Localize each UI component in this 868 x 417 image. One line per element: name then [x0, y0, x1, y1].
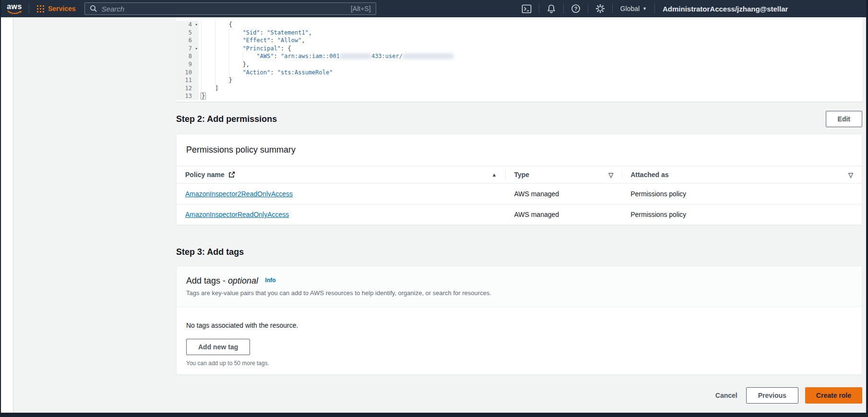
gear-icon: [595, 4, 605, 13]
tags-limit-note: You can add up to 50 more tags.: [186, 360, 852, 367]
code-text[interactable]: "Principal": {: [199, 45, 862, 53]
permissions-policy-summary-panel: Permissions policy summary Policy name: [176, 134, 862, 225]
services-menu-button[interactable]: Services: [29, 5, 83, 12]
code-text[interactable]: "Sid": "Statement1",: [199, 29, 862, 37]
code-line: 4▾{: [176, 21, 862, 29]
add-tags-title: Add tags - optional: [186, 276, 258, 286]
search-shortcut-hint: [Alt+S]: [351, 5, 371, 12]
create-role-button[interactable]: Create role: [805, 387, 862, 404]
code-text[interactable]: "Action": "sts:AssumeRole": [199, 69, 862, 77]
cloudshell-button[interactable]: [514, 4, 539, 13]
code-token: "Sid": [243, 29, 260, 36]
redacted-text: [340, 53, 371, 59]
code-token: },: [243, 61, 250, 68]
code-text[interactable]: {: [199, 21, 862, 29]
global-search-input[interactable]: Search [Alt+S]: [84, 2, 376, 15]
indent-guides: [201, 29, 243, 37]
permissions-panel-header: Permissions policy summary: [177, 134, 862, 166]
cancel-button[interactable]: Cancel: [713, 388, 739, 403]
code-token: ]: [215, 85, 218, 92]
line-number: 13: [176, 92, 199, 100]
add-tags-description: Tags are key-value pairs that you can ad…: [186, 289, 852, 297]
code-token: {: [229, 21, 232, 28]
filter-icon[interactable]: ▽: [848, 171, 853, 179]
column-header-type: Type ▽: [505, 166, 622, 184]
external-link-icon: [228, 171, 235, 178]
aws-top-navigation: aws Services Search [Alt+S]: [1, 0, 866, 17]
code-text[interactable]: }: [199, 92, 862, 100]
indent-guides: [201, 69, 243, 77]
notifications-button[interactable]: [539, 4, 563, 13]
policy-type-cell: AWS managed: [505, 204, 622, 225]
code-line: 12]: [176, 84, 862, 93]
type-header-label: Type: [514, 171, 529, 179]
cloudshell-terminal-icon: [522, 4, 532, 13]
code-token: "AWS": [257, 53, 274, 60]
region-selector[interactable]: Global ▼: [613, 5, 654, 12]
settings-button[interactable]: [588, 4, 612, 13]
code-text[interactable]: },: [199, 60, 862, 69]
services-grid-icon: [37, 5, 44, 12]
code-line: 8"AWS": "arn:aws:iam::001433:user/: [176, 52, 862, 60]
code-token: "Principal": [243, 45, 281, 52]
line-number: 6: [176, 36, 199, 45]
wizard-footer-actions: Cancel Previous Create role: [176, 387, 862, 404]
line-number: 8: [176, 52, 199, 60]
policy-table-body: AmazonInspector2ReadOnlyAccessAWS manage…: [177, 184, 862, 225]
table-row: AmazonInspector2ReadOnlyAccessAWS manage…: [177, 184, 862, 204]
aws-logo[interactable]: aws: [7, 3, 22, 14]
code-token: "Effect": [243, 37, 271, 44]
sort-ascending-icon[interactable]: ▲: [492, 172, 497, 178]
filter-icon[interactable]: ▽: [608, 171, 613, 179]
indent-guides: [201, 76, 229, 84]
info-link[interactable]: Info: [265, 277, 276, 284]
optional-label: optional: [228, 276, 258, 286]
column-header-policy-name: Policy name ▲: [177, 166, 505, 184]
svg-text:?: ?: [574, 6, 577, 12]
indent-guides: [201, 21, 229, 29]
code-token: "arn:aws:iam::001: [281, 53, 340, 60]
policy-type-cell: AWS managed: [505, 184, 622, 204]
fold-toggle-icon[interactable]: ▾: [195, 45, 198, 53]
attached-as-cell: Permissions policy: [622, 204, 862, 225]
column-header-attached-as: Attached as ▽: [622, 166, 862, 184]
permissions-policy-table: Policy name ▲: [177, 166, 862, 225]
account-menu[interactable]: AdministratorAccess/jzhang@stellar: [655, 5, 866, 13]
help-button[interactable]: ?: [564, 4, 588, 13]
code-token: "sts:AssumeRole": [277, 69, 333, 76]
line-number: 4▾: [176, 21, 199, 29]
code-token: {: [288, 45, 291, 52]
collapsed-side-navigation[interactable]: [1, 17, 13, 413]
code-line: 7▾"Principal": {: [176, 45, 862, 53]
trust-policy-json-editor[interactable]: 4▾{5"Sid": "Statement1",6"Effect": "Allo…: [176, 17, 862, 102]
indent-guides: [201, 45, 243, 53]
add-new-tag-button[interactable]: Add new tag: [186, 339, 250, 355]
previous-button[interactable]: Previous: [746, 387, 798, 404]
step2-heading: Step 2: Add permissions: [176, 114, 277, 124]
attached-as-cell: Permissions policy: [622, 184, 862, 204]
policy-name-link[interactable]: AmazonInspector2ReadOnlyAccess: [185, 190, 293, 198]
line-number: 5: [176, 29, 199, 37]
aws-logo-text: aws: [7, 3, 22, 10]
code-token: "Allow": [277, 37, 302, 44]
code-token: ,: [309, 29, 312, 36]
code-token: :: [260, 29, 267, 36]
search-placeholder: Search: [102, 5, 125, 13]
code-line: 10"Action": "sts:AssumeRole": [176, 69, 862, 77]
code-line: 13}: [176, 92, 862, 100]
code-text[interactable]: "Effect": "Allow",: [199, 36, 862, 45]
code-text[interactable]: }: [199, 76, 862, 84]
policy-name-link[interactable]: AmazonInspectorReadOnlyAccess: [185, 211, 289, 218]
code-token: ,: [301, 37, 305, 44]
add-tags-panel-body: No tags associated with the resource. Ad…: [177, 307, 862, 374]
policy-name-cell: AmazonInspector2ReadOnlyAccess: [177, 184, 505, 204]
help-question-icon: ?: [571, 4, 581, 13]
browser-frame: aws Services Search [Alt+S]: [0, 0, 868, 417]
indent-guides: [201, 52, 257, 60]
code-text[interactable]: ]: [199, 84, 862, 93]
code-text[interactable]: "AWS": "arn:aws:iam::001433:user/: [199, 52, 862, 60]
edit-permissions-button[interactable]: Edit: [826, 111, 862, 127]
redacted-text: [403, 53, 453, 59]
no-tags-message: No tags associated with the resource.: [186, 322, 852, 329]
fold-toggle-icon[interactable]: ▾: [195, 21, 198, 29]
